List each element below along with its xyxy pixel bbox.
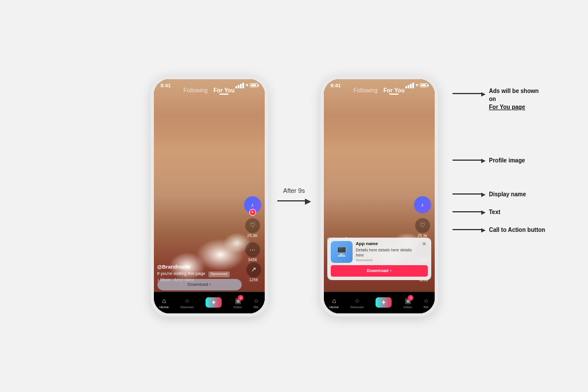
- annotation-text-label: Text: [489, 209, 501, 215]
- annotation-cta-line: [452, 229, 481, 230]
- right-tab-for-you[interactable]: For You: [384, 87, 405, 94]
- left-side-buttons: ♪ + ♡ 25.3K ··· 3456: [244, 196, 261, 262]
- right-me-label: Me: [424, 305, 428, 309]
- right-inbox-badge: 9: [408, 295, 413, 301]
- transition-section: After 9s ▶: [277, 187, 311, 205]
- annotation-profile-line: [452, 160, 481, 161]
- left-username: @Brandname: [157, 264, 242, 270]
- ad-overlay-card: 🖥️ App name Details here details here de…: [327, 238, 431, 280]
- left-profile-button[interactable]: ♪ +: [244, 196, 261, 214]
- annotation-cta-arrow: ▶: [481, 227, 486, 233]
- after-label: After 9s: [283, 187, 305, 194]
- right-phone-wrapper: 9:41 ▾: [320, 76, 438, 317]
- right-phone: 9:41 ▾: [320, 76, 438, 317]
- left-tab-for-you[interactable]: For You: [214, 87, 235, 94]
- right-annotations: ▶ Ads will be shown on For You page ▶: [452, 87, 546, 233]
- left-phone-screen: 9:41 ▾: [154, 79, 265, 313]
- right-discover-label: Discover: [350, 305, 363, 309]
- left-nav-inbox[interactable]: ▣ Inbox 9: [234, 297, 242, 309]
- right-nav-home[interactable]: ⌂ Home: [330, 297, 339, 309]
- left-inbox-label: Inbox: [234, 305, 242, 309]
- left-sponsored-tag: Sponsored: [208, 271, 230, 277]
- left-discover-icon: ○: [185, 297, 189, 305]
- left-nav-discover[interactable]: ○ Discover: [180, 297, 194, 309]
- left-like-button[interactable]: ♡ 25.3K: [245, 218, 260, 238]
- annotation-for-you-line: [452, 93, 481, 94]
- right-home-icon: ⌂: [332, 297, 336, 305]
- left-heart-icon: ♡: [245, 218, 260, 233]
- left-plus-badge: +: [249, 209, 256, 216]
- ad-cta-button[interactable]: Download ›: [331, 265, 428, 277]
- transition-arrow: ▶: [277, 196, 311, 205]
- left-me-icon: ○: [254, 297, 258, 305]
- right-bottom-nav: ⌂ Home ○ Discover +: [324, 292, 435, 313]
- left-share-count: 1256: [249, 278, 258, 282]
- arrow-head-icon: ▶: [305, 196, 311, 205]
- left-comment-icon: ···: [245, 242, 260, 257]
- ad-close-button[interactable]: ✕: [421, 241, 428, 247]
- ad-details-text: Details here details here details here: [356, 247, 417, 258]
- annotation-profile-image: ▶ Profile image: [452, 157, 546, 164]
- left-tiktok-logo-icon: ♪: [251, 201, 254, 208]
- annotation-for-you-arrow: ▶: [481, 91, 486, 97]
- page-wrapper: 9:41 ▾: [0, 0, 588, 392]
- annotation-display-line: [452, 193, 481, 195]
- left-share-icon: ↗: [246, 262, 261, 277]
- left-comment-count: 3456: [248, 258, 257, 262]
- left-like-count: 25.3K: [247, 234, 257, 238]
- annotation-text-arrow: ▶: [481, 209, 486, 215]
- right-like-count: 25.3k: [417, 234, 427, 238]
- right-hand-overlay: [324, 79, 435, 208]
- right-like-button[interactable]: ♡ 25.3k: [415, 218, 430, 238]
- annotation-profile-arrow: ▶: [481, 157, 486, 164]
- right-discover-icon: ○: [355, 297, 359, 305]
- annotation-for-you-text: Ads will be shown on For You page: [489, 87, 546, 111]
- left-phone-wrapper: 9:41 ▾: [150, 76, 268, 317]
- annotation-for-you: ▶ Ads will be shown on For You page: [452, 87, 546, 111]
- right-add-button[interactable]: +: [376, 297, 392, 308]
- right-phone-screen: 9:41 ▾: [324, 79, 435, 313]
- right-nav-me[interactable]: ○ Me: [424, 297, 428, 309]
- right-profile-button[interactable]: ♪: [414, 196, 431, 214]
- left-tab-following[interactable]: Following: [183, 87, 207, 94]
- left-add-button[interactable]: +: [206, 297, 222, 308]
- ad-card-header: 🖥️ App name Details here details here de…: [331, 241, 428, 263]
- right-tiktok-logo-icon: ♪: [421, 201, 424, 208]
- ad-text-block: App name Details here details here detai…: [356, 241, 417, 262]
- annotation-text-line: [452, 211, 481, 212]
- right-heart-icon: ♡: [415, 218, 430, 233]
- right-nav-add[interactable]: +: [376, 297, 392, 308]
- left-nav-me[interactable]: ○ Me: [254, 297, 258, 309]
- right-me-icon: ○: [424, 297, 428, 305]
- annotation-cta-text: Call to Action button: [489, 227, 546, 233]
- main-container: 9:41 ▾: [0, 0, 588, 392]
- right-nav-inbox[interactable]: ▣ Inbox 9: [404, 297, 412, 309]
- left-home-label: Home: [160, 305, 169, 309]
- ad-app-name: App name: [356, 241, 417, 246]
- right-nav-discover[interactable]: ○ Discover: [350, 297, 363, 309]
- ad-sponsored-label: Sponsored: [356, 258, 417, 262]
- left-comment-button[interactable]: ··· 3456: [245, 242, 260, 262]
- annotation-cta: ▶ Call to Action button: [452, 227, 546, 233]
- left-me-label: Me: [254, 305, 258, 309]
- ad-thumbnail: 🖥️: [331, 241, 353, 263]
- annotation-display-arrow: ▶: [481, 191, 486, 197]
- annotation-text: ▶ Text: [452, 209, 546, 215]
- left-phone: 9:41 ▾: [150, 76, 268, 317]
- right-tab-following[interactable]: Following: [353, 87, 377, 94]
- left-hand-overlay: [154, 79, 265, 208]
- annotation-display-text: Display name: [489, 191, 526, 197]
- left-nav-home[interactable]: ⌂ Home: [160, 297, 169, 309]
- left-download-button[interactable]: Download ›: [157, 279, 242, 290]
- right-inbox-label: Inbox: [404, 305, 412, 309]
- left-share-button[interactable]: ↗ 1256: [246, 262, 261, 282]
- left-discover-label: Discover: [180, 305, 194, 309]
- left-caption: If you're visiting this page Sponsored: [157, 271, 242, 277]
- right-home-label: Home: [330, 305, 339, 309]
- left-nav-add[interactable]: +: [206, 297, 222, 308]
- right-nav-tabs: Following For You: [324, 87, 435, 94]
- arrow-body: [277, 200, 306, 201]
- left-nav-tabs: Following For You: [154, 87, 265, 94]
- annotation-display-name: ▶ Display name: [452, 191, 546, 197]
- left-inbox-badge: 9: [238, 295, 243, 301]
